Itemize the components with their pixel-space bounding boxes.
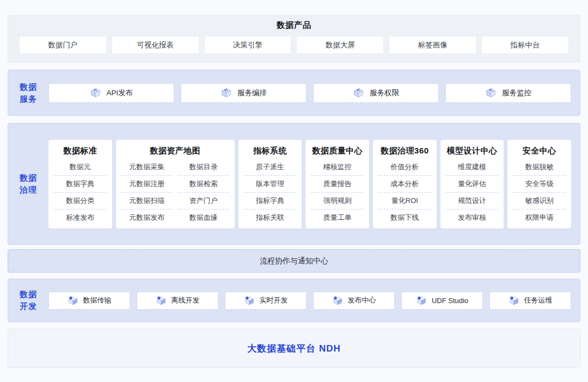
data-development-row: 数据传输 离线开发 实时开发 发布中心 UDF bbox=[48, 292, 580, 310]
development-item: UDF Studio bbox=[401, 292, 483, 310]
governance-item: 质量工单 bbox=[311, 210, 364, 226]
governance-item: 指标字典 bbox=[244, 193, 297, 210]
governance-item: 数据目录 bbox=[178, 159, 229, 176]
governance-item: 权限申请 bbox=[513, 210, 566, 226]
governance-item-list: 数据脱敏安全等级敏感识别权限申请 bbox=[513, 159, 566, 226]
section-collaboration: 流程协作与通知中心 bbox=[8, 249, 580, 273]
governance-item: 量化ROI bbox=[378, 193, 431, 210]
governance-card: 数据治理360价值分析成本分析量化ROI数据下线 bbox=[373, 140, 437, 229]
governance-card-title: 数据资产地图 bbox=[121, 146, 229, 156]
development-item-label: 实时开发 bbox=[260, 295, 288, 305]
governance-item: 发布审核 bbox=[446, 210, 499, 226]
platform-title: 大数据基础平台 NDH bbox=[247, 342, 341, 355]
governance-item: 数据元 bbox=[54, 159, 107, 176]
collaboration-title: 流程协作与通知中心 bbox=[260, 256, 328, 266]
service-cube-icon bbox=[90, 87, 101, 98]
dev-cube-icon bbox=[156, 295, 167, 306]
service-item: 服务编排 bbox=[181, 83, 307, 103]
data-governance-label: 数据治理 bbox=[8, 172, 48, 196]
governance-card: 指标系统原子派生版本管理指标字典指标关联 bbox=[238, 140, 302, 229]
section-data-development: 数据开发 数据传输 离线开发 实时开发 bbox=[8, 279, 580, 322]
governance-item: 规范设计 bbox=[446, 193, 499, 210]
dev-cube-icon bbox=[68, 295, 78, 306]
governance-subcolumn: 元数据采集元数据注册元数据扫描元数据发布 bbox=[121, 159, 173, 226]
development-item: 数据传输 bbox=[48, 292, 130, 310]
governance-item: 数据检索 bbox=[178, 176, 229, 193]
governance-card-title: 数据治理360 bbox=[378, 146, 431, 156]
governance-item: 数据分类 bbox=[54, 193, 107, 210]
service-item-label: API发布 bbox=[107, 88, 133, 98]
governance-columns: 数据标准数据元数据字典数据分类标准发布数据资产地图元数据采集元数据注册元数据扫描… bbox=[48, 140, 580, 229]
development-item: 发布中心 bbox=[313, 292, 395, 310]
governance-subcolumn: 数据目录数据检索资产门户数据血缘 bbox=[178, 159, 229, 226]
governance-card-title: 数据标准 bbox=[54, 146, 107, 156]
governance-item: 价值分析 bbox=[378, 159, 431, 176]
service-item: API发布 bbox=[48, 83, 174, 103]
governance-item: 量化评估 bbox=[446, 176, 499, 193]
product-item: 指标中台 bbox=[481, 36, 569, 54]
governance-item: 数据血缘 bbox=[178, 210, 229, 226]
governance-card-title: 模型设计中心 bbox=[446, 146, 499, 156]
dev-cube-icon bbox=[244, 295, 255, 306]
governance-item: 质量报告 bbox=[311, 176, 364, 193]
development-item: 实时开发 bbox=[225, 292, 307, 310]
dev-cube-icon bbox=[509, 295, 519, 306]
governance-item: 版本管理 bbox=[244, 176, 297, 193]
product-item: 可视化报表 bbox=[112, 36, 199, 54]
dev-cube-icon bbox=[416, 295, 427, 306]
governance-item-list: 稽核监控质量报告强弱规则质量工单 bbox=[311, 159, 364, 226]
service-cube-icon bbox=[353, 87, 364, 98]
section-data-products: 数据产品 数据门户可视化报表决策引擎数据大屏标签画像指标中台 bbox=[8, 15, 580, 63]
dev-cube-icon bbox=[332, 295, 343, 306]
section-platform: 大数据基础平台 NDH bbox=[8, 329, 580, 368]
data-services-label-text: 数据服务 bbox=[20, 81, 37, 105]
governance-item: 稽核监控 bbox=[311, 159, 364, 176]
governance-item: 数据脱敏 bbox=[513, 159, 566, 176]
governance-item: 原子派生 bbox=[244, 159, 297, 176]
development-item-label: 数据传输 bbox=[83, 295, 112, 305]
service-item-label: 服务权限 bbox=[370, 88, 399, 98]
governance-item: 成本分析 bbox=[378, 176, 431, 193]
development-item: 离线开发 bbox=[137, 292, 218, 310]
governance-item: 元数据注册 bbox=[121, 176, 173, 193]
governance-item: 元数据发布 bbox=[121, 210, 173, 226]
governance-item: 数据字典 bbox=[54, 176, 107, 193]
development-item-label: UDF Studio bbox=[432, 297, 468, 305]
product-item: 决策引擎 bbox=[204, 36, 292, 54]
governance-card: 数据标准数据元数据字典数据分类标准发布 bbox=[48, 140, 112, 229]
service-item: 服务权限 bbox=[313, 83, 439, 103]
data-services-row: API发布 服务编排 服务权限 服务监控 bbox=[48, 83, 580, 103]
governance-item: 资产门户 bbox=[178, 193, 229, 210]
product-item: 数据大屏 bbox=[296, 36, 384, 54]
governance-card: 安全中心数据脱敏安全等级敏感识别权限申请 bbox=[507, 140, 571, 229]
architecture-diagram: 数据产品 数据门户可视化报表决策引擎数据大屏标签画像指标中台 数据服务 API发… bbox=[0, 0, 588, 368]
section-data-governance: 数据治理 数据标准数据元数据字典数据分类标准发布数据资产地图元数据采集元数据注册… bbox=[8, 123, 580, 245]
governance-card: 模型设计中心维度建模量化评估规范设计发布审核 bbox=[440, 140, 504, 229]
governance-subcolumns: 元数据采集元数据注册元数据扫描元数据发布数据目录数据检索资产门户数据血缘 bbox=[121, 159, 229, 226]
governance-item-list: 原子派生版本管理指标字典指标关联 bbox=[244, 159, 297, 226]
governance-item: 安全等级 bbox=[513, 176, 566, 193]
governance-item-list: 维度建模量化评估规范设计发布审核 bbox=[446, 159, 499, 226]
product-item: 标签画像 bbox=[389, 36, 476, 54]
development-item-label: 发布中心 bbox=[348, 295, 376, 305]
development-item: 任务运维 bbox=[489, 292, 571, 310]
service-item: 服务监控 bbox=[445, 83, 571, 103]
data-development-label: 数据开发 bbox=[8, 288, 48, 312]
product-item: 数据门户 bbox=[19, 36, 107, 54]
governance-card-title: 数据质量中心 bbox=[311, 146, 364, 156]
governance-item: 标准发布 bbox=[54, 210, 107, 226]
governance-item: 元数据采集 bbox=[121, 159, 173, 176]
governance-item-list: 数据元数据字典数据分类标准发布 bbox=[54, 159, 107, 226]
data-services-label: 数据服务 bbox=[8, 81, 48, 105]
service-cube-icon bbox=[220, 87, 232, 98]
section-data-services: 数据服务 API发布 服务编排 bbox=[8, 70, 580, 116]
development-item-label: 任务运维 bbox=[524, 295, 553, 305]
data-governance-label-text: 数据治理 bbox=[20, 172, 37, 196]
data-development-label-text: 数据开发 bbox=[20, 288, 37, 312]
development-item-label: 离线开发 bbox=[171, 295, 200, 305]
governance-item: 指标关联 bbox=[244, 210, 297, 226]
governance-item: 数据下线 bbox=[378, 210, 431, 226]
governance-item: 维度建模 bbox=[446, 159, 499, 176]
governance-card-title: 指标系统 bbox=[244, 146, 297, 156]
data-products-row: 数据门户可视化报表决策引擎数据大屏标签画像指标中台 bbox=[19, 36, 569, 54]
